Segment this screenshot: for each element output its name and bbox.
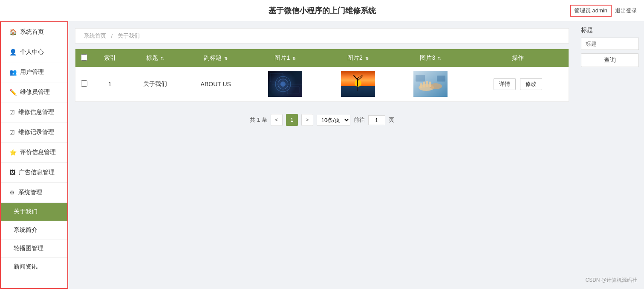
row-img1 (249, 67, 321, 102)
users-icon: 👥 (9, 69, 17, 76)
header-img1[interactable]: 图片1 ⇅ (249, 49, 321, 67)
sidebar-item-about-us[interactable]: 关于我们 (1, 203, 67, 221)
sidebar-item-review[interactable]: ⭐ 评价信息管理 (1, 143, 67, 163)
sidebar-item-repair-record[interactable]: ☑ 维修记录管理 (1, 123, 67, 143)
svg-point-3 (280, 82, 286, 87)
image-icon: 🖼 (9, 169, 15, 176)
row-img2 (322, 67, 394, 102)
row-actions: 详情 修改 (467, 67, 569, 102)
total-count: 共 1 条 (250, 116, 267, 124)
main-content: 系统首页 / 关于我们 索引 标题 ⇅ (68, 21, 576, 289)
per-page-select[interactable]: 10条/页 20条/页 50条/页 (317, 115, 350, 126)
prev-page-button[interactable]: < (271, 114, 283, 126)
svg-rect-0 (268, 71, 302, 97)
svg-rect-24 (437, 76, 445, 82)
svg-rect-7 (287, 86, 299, 94)
breadcrumb: 系统首页 / 关于我们 (75, 28, 569, 44)
svg-rect-22 (426, 81, 428, 87)
sidebar-item-news[interactable]: 新闻资讯 (1, 258, 67, 276)
user-icon: 👤 (9, 49, 17, 55)
header-right: 管理员 admin 退出登录 (570, 5, 637, 17)
header-title: 基于微信小程序的上门维修系统 (269, 6, 376, 16)
image-3 (413, 71, 448, 97)
svg-rect-6 (270, 73, 283, 82)
list-icon: ☑ (9, 129, 15, 136)
header: 基于微信小程序的上门维修系统 管理员 admin 退出登录 (0, 0, 644, 21)
row-index: 1 (92, 67, 127, 102)
header-title[interactable]: 标题 ⇅ (127, 49, 183, 67)
row-subtitle: ABOUT US (182, 67, 249, 102)
next-page-button[interactable]: > (301, 114, 313, 126)
filter-search-button[interactable]: 查询 (581, 53, 639, 67)
breadcrumb-current: 关于我们 (118, 32, 140, 39)
sidebar-item-sys-manage[interactable]: ⚙ 系统管理 (1, 183, 67, 203)
row-img3 (394, 67, 467, 102)
svg-point-2 (278, 79, 288, 89)
data-table: 索引 标题 ⇅ 副标题 ⇅ 图片1 ⇅ (75, 49, 569, 102)
sidebar-item-ad[interactable]: 🖼 广告信息管理 (1, 163, 67, 183)
admin-badge: 管理员 admin (570, 5, 612, 17)
img2-sort-icon: ⇅ (365, 56, 369, 61)
table-container: 索引 标题 ⇅ 副标题 ⇅ 图片1 ⇅ (75, 49, 569, 102)
gear-icon: ⚙ (9, 189, 15, 196)
table-header-row: 索引 标题 ⇅ 副标题 ⇅ 图片1 ⇅ (75, 49, 569, 67)
title-sort-icon: ⇅ (161, 56, 164, 61)
watermark: CSDN @计算机源码社 (585, 277, 637, 284)
select-all-checkbox[interactable] (81, 54, 87, 61)
breadcrumb-separator: / (111, 32, 113, 39)
home-icon: 🏠 (9, 29, 17, 35)
right-panel: 标题 查询 (576, 21, 644, 289)
row-checkbox (75, 67, 92, 102)
header-img2[interactable]: 图片2 ⇅ (322, 49, 394, 67)
svg-rect-20 (420, 83, 422, 88)
img2-svg (341, 71, 375, 97)
sidebar-item-sys-intro[interactable]: 系统简介 (1, 221, 67, 239)
sidebar-item-profile[interactable]: 👤 个人中心 (1, 42, 67, 62)
svg-rect-23 (429, 82, 431, 87)
sidebar-item-repair-info[interactable]: ☑ 维修信息管理 (1, 102, 67, 123)
edit-icon: ✏️ (9, 89, 17, 96)
sidebar-item-carousel[interactable]: 轮播图管理 (1, 239, 67, 258)
header-action: 操作 (467, 49, 569, 67)
goto-suffix: 页 (389, 116, 394, 124)
row-select-checkbox[interactable] (81, 80, 87, 87)
star-icon: ⭐ (9, 149, 17, 156)
edit-button[interactable]: 修改 (520, 78, 542, 90)
row-title: 关于我们 (127, 67, 183, 102)
svg-rect-16 (357, 86, 358, 91)
sidebar: 🏠 系统首页 👤 个人中心 👥 用户管理 ✏️ 维修员管理 ☑ 维修信息管理 ☑… (0, 21, 68, 289)
detail-button[interactable]: 详情 (494, 78, 516, 90)
header-img3[interactable]: 图片3 ⇅ (394, 49, 467, 67)
pagination: 共 1 条 < 1 > 10条/页 20条/页 50条/页 前往 页 (75, 109, 569, 131)
logout-button[interactable]: 退出登录 (615, 7, 637, 15)
img3-sort-icon: ⇅ (438, 56, 441, 61)
filter-title-input[interactable] (581, 38, 639, 50)
svg-point-1 (275, 76, 291, 92)
svg-rect-21 (423, 82, 425, 88)
header-subtitle[interactable]: 副标题 ⇅ (182, 49, 249, 67)
svg-rect-25 (416, 75, 425, 82)
sidebar-item-repair-manage[interactable]: ✏️ 维修员管理 (1, 82, 67, 102)
table-row: 1 关于我们 ABOUT US (75, 67, 569, 102)
image-1 (268, 71, 302, 97)
img1-svg (268, 71, 302, 97)
breadcrumb-home[interactable]: 系统首页 (84, 32, 106, 39)
goto-prefix: 前往 (354, 116, 365, 124)
filter-label: 标题 (581, 26, 639, 34)
image-2 (341, 71, 375, 97)
page-1-button[interactable]: 1 (286, 114, 298, 126)
img3-svg (413, 71, 448, 97)
header-index: 索引 (92, 49, 127, 67)
header-checkbox-col (75, 49, 92, 67)
sidebar-item-home[interactable]: 🏠 系统首页 (1, 22, 67, 42)
layout: 🏠 系统首页 👤 个人中心 👥 用户管理 ✏️ 维修员管理 ☑ 维修信息管理 ☑… (0, 21, 644, 289)
goto-page-input[interactable] (368, 115, 385, 125)
img1-sort-icon: ⇅ (292, 56, 296, 61)
sidebar-item-user-manage[interactable]: 👥 用户管理 (1, 62, 67, 82)
subtitle-sort-icon: ⇅ (224, 56, 228, 61)
check-icon: ☑ (9, 109, 15, 116)
